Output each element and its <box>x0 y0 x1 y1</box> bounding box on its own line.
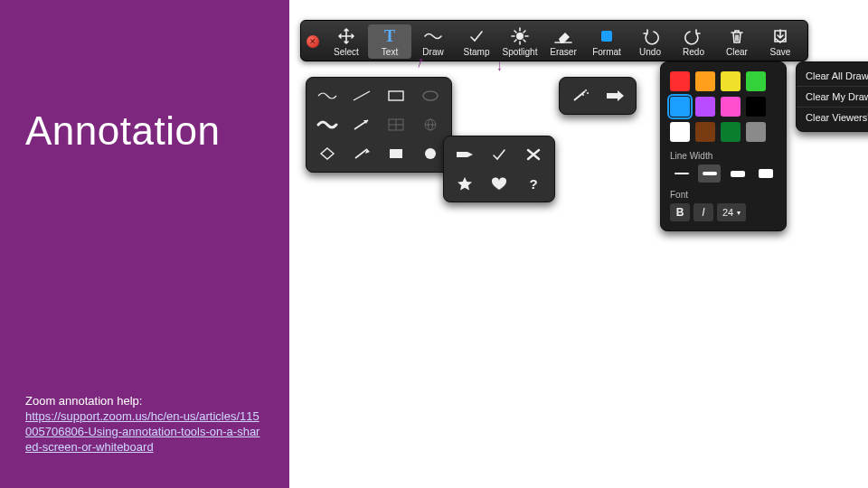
undo-icon <box>628 26 672 46</box>
color-swatch[interactable] <box>670 71 690 91</box>
arrow-tag-stamp[interactable] <box>451 144 478 165</box>
line-thin-option[interactable] <box>348 85 375 107</box>
toolbar-format-button[interactable]: Format <box>585 24 628 59</box>
redo-icon <box>672 26 715 46</box>
color-swatch[interactable] <box>695 71 715 91</box>
svg-point-15 <box>425 148 436 159</box>
clear-submenu: Clear All DrawingsClear My DrawingsClear… <box>796 61 868 132</box>
toolbar-save-button[interactable]: Save <box>759 24 802 59</box>
toolbar-text-button[interactable]: TText <box>368 24 411 59</box>
page-title: Annotation <box>25 108 264 154</box>
font-size-select[interactable]: 24 ▾ <box>717 203 746 221</box>
line-width-option[interactable] <box>754 164 777 183</box>
toolbar-item-label: Format <box>585 47 628 57</box>
color-swatch[interactable] <box>695 122 715 142</box>
close-icon[interactable]: ✕ <box>307 35 319 48</box>
toolbar-item-label: Clear <box>715 47 759 57</box>
wavy-thick-option[interactable] <box>314 114 341 136</box>
circle-fill-option[interactable] <box>417 143 444 164</box>
grid-dim-option[interactable] <box>382 114 410 136</box>
color-swatch[interactable] <box>746 71 766 91</box>
trash-icon <box>715 26 759 46</box>
toolbar-item-label: Redo <box>672 47 715 57</box>
globe-dim-option[interactable] <box>417 114 444 136</box>
text-icon: T <box>368 26 411 46</box>
wand-option[interactable] <box>567 85 594 107</box>
svg-line-17 <box>574 91 585 100</box>
format-submenu: Line Width Font B I 24 ▾ <box>660 61 787 231</box>
toolbar-undo-button[interactable]: Undo <box>628 24 672 59</box>
toolbar-stamp-button[interactable]: Stamp <box>455 24 498 59</box>
annotation-toolbar: ✕ SelectTTextDrawStampSpotlightEraserFor… <box>300 20 808 61</box>
format-icon <box>585 26 628 46</box>
clear-menu-item[interactable]: Clear All Drawings <box>797 66 868 86</box>
svg-rect-4 <box>389 91 403 100</box>
color-swatch[interactable] <box>670 122 690 142</box>
draw-submenu <box>306 77 452 173</box>
font-size-value: 24 <box>722 207 733 218</box>
color-swatch[interactable] <box>670 97 690 117</box>
toolbar-select-button[interactable]: Select <box>325 24 368 59</box>
x-stamp[interactable] <box>520 144 547 165</box>
toolbar-item-label: Select <box>325 47 368 57</box>
toolbar-clear-button[interactable]: Clear <box>715 24 759 59</box>
help-label: Zoom annotation help: <box>25 394 142 408</box>
chevron-down-icon: ▾ <box>737 209 741 217</box>
line-width-option[interactable] <box>698 164 721 183</box>
wavy-icon <box>411 26 455 46</box>
color-swatch[interactable] <box>721 97 741 117</box>
toolbar-item-label: Text <box>368 47 411 57</box>
svg-line-3 <box>354 91 370 100</box>
color-swatch[interactable] <box>746 97 766 117</box>
star-stamp[interactable] <box>451 173 478 194</box>
ellipse-outline-dim-option[interactable] <box>417 85 444 107</box>
line-width-option[interactable] <box>670 164 693 183</box>
color-swatch[interactable] <box>695 97 715 117</box>
rect-outline-option[interactable] <box>382 85 410 107</box>
svg-text:T: T <box>384 27 395 45</box>
italic-button[interactable]: I <box>693 203 713 221</box>
color-swatch[interactable] <box>721 122 741 142</box>
toolbar-spotlight-button[interactable]: Spotlight <box>498 24 542 59</box>
clear-menu-item[interactable]: Clear Viewers' Drawings <box>797 107 868 127</box>
move-icon <box>325 26 368 46</box>
toolbar-item-label: Spotlight <box>498 47 542 57</box>
help-link[interactable]: https://support.zoom.us/hc/en-us/article… <box>25 409 259 454</box>
svg-line-13 <box>355 149 367 158</box>
spotlight-submenu <box>559 77 637 115</box>
svg-point-18 <box>585 89 587 91</box>
bold-button[interactable]: B <box>670 203 690 221</box>
stamp-submenu: ? <box>443 136 555 202</box>
color-swatch[interactable] <box>721 71 741 91</box>
color-swatch[interactable] <box>746 122 766 142</box>
diamond-outline-option[interactable] <box>314 143 341 164</box>
svg-rect-14 <box>390 149 402 158</box>
pointer-arrow: ↓ <box>496 56 502 75</box>
check-icon <box>455 26 498 46</box>
svg-point-19 <box>582 94 584 96</box>
heart-stamp[interactable] <box>486 173 513 194</box>
line-width-label: Line Width <box>670 151 777 161</box>
wavy-thin-option[interactable] <box>314 85 341 107</box>
arrow-ne-option[interactable] <box>348 143 375 164</box>
toolbar-eraser-button[interactable]: Eraser <box>542 24 585 59</box>
svg-point-5 <box>423 91 438 100</box>
eraser-icon <box>542 26 585 46</box>
font-label: Font <box>670 190 777 200</box>
save-icon <box>759 26 802 46</box>
clear-menu-item[interactable]: Clear My Drawings <box>797 86 868 107</box>
question-stamp[interactable]: ? <box>520 173 547 194</box>
sidebar: Annotation Zoom annotation help: https:/… <box>0 0 289 488</box>
svg-point-20 <box>587 92 589 94</box>
check-stamp[interactable] <box>486 144 513 165</box>
toolbar-draw-button[interactable]: Draw <box>411 24 455 59</box>
help-block: Zoom annotation help: https://support.zo… <box>25 394 264 455</box>
line-width-option[interactable] <box>726 164 749 183</box>
toolbar-item-label: Undo <box>628 47 672 57</box>
rect-fill-option[interactable] <box>382 143 410 164</box>
arrow-right-option[interactable] <box>601 85 628 107</box>
toolbar-item-label: Save <box>759 47 802 57</box>
arrow-diag-option[interactable] <box>348 114 375 136</box>
toolbar-redo-button[interactable]: Redo <box>672 24 715 59</box>
svg-point-1 <box>516 33 524 40</box>
